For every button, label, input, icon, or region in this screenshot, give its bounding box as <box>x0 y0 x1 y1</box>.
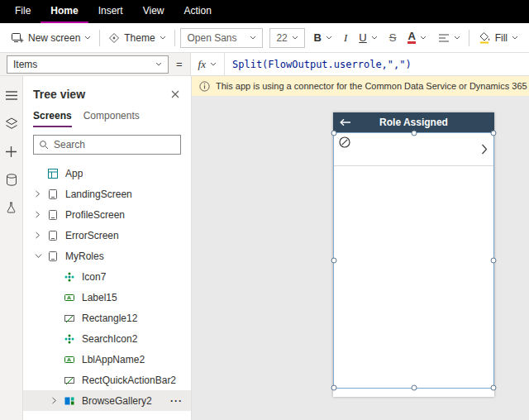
screen-header[interactable]: Role Assigned <box>333 112 494 132</box>
alignment-button[interactable] <box>432 26 466 50</box>
rectangle-icon <box>63 374 76 387</box>
browse-gallery-selected[interactable] <box>333 132 494 389</box>
menu-file[interactable]: File <box>5 0 41 23</box>
new-screen-icon <box>11 32 24 44</box>
formula-input-region: fx Split(FlowOutput.userrole,",") <box>190 53 529 75</box>
chevron-right-icon[interactable] <box>35 190 46 198</box>
design-canvas[interactable]: This app is using a connector for the Co… <box>192 76 529 420</box>
tree-item-label: Icon7 <box>82 271 106 283</box>
tree-item-label15[interactable]: Label15 <box>23 287 191 308</box>
menu-action[interactable]: Action <box>174 0 222 23</box>
resize-handle-middle-left[interactable] <box>331 258 337 264</box>
tab-components[interactable]: Components <box>83 110 140 127</box>
gallery-item-chevron-icon[interactable] <box>481 144 488 157</box>
chevron-down-icon <box>420 36 427 40</box>
tree-view-icon[interactable] <box>0 109 23 137</box>
font-size-combobox[interactable]: 22 <box>269 28 304 48</box>
fill-button[interactable]: Fill <box>472 26 524 50</box>
fill-bucket-icon <box>478 31 491 44</box>
menu-insert[interactable]: Insert <box>88 0 133 23</box>
app-icon <box>46 167 60 180</box>
menu-view[interactable]: View <box>133 0 174 23</box>
toolbar-divider <box>174 30 175 46</box>
resize-handle-top-right[interactable] <box>491 131 497 136</box>
tree-item-label: ErrorScreen <box>65 230 119 241</box>
tab-screens[interactable]: Screens <box>33 110 72 127</box>
resize-handle-bottom-right[interactable] <box>491 385 497 391</box>
chevron-down-icon <box>371 36 378 40</box>
resize-handle-top-center[interactable] <box>411 131 417 136</box>
tree-item-landingscreen[interactable]: LandingScreen <box>23 184 191 204</box>
strikethrough-button[interactable]: S <box>384 26 403 50</box>
search-box <box>33 135 181 155</box>
resize-handle-top-left[interactable] <box>331 131 337 136</box>
label-icon <box>63 353 76 366</box>
data-icon[interactable] <box>0 165 23 193</box>
resize-handle-bottom-center[interactable] <box>411 385 417 391</box>
tree-item-myroles[interactable]: MyRoles <box>23 246 191 266</box>
chevron-down-icon[interactable] <box>35 253 46 259</box>
fx-dropdown[interactable]: fx <box>191 53 225 75</box>
resize-handle-middle-right[interactable] <box>491 258 497 264</box>
tree-item-label: MyRoles <box>65 251 104 262</box>
tree-item-label: App <box>65 168 83 179</box>
tree-item-label: LandingScreen <box>65 189 132 200</box>
screen-icon <box>46 188 60 201</box>
tree-item-errorscreen[interactable]: ErrorScreen <box>23 225 191 246</box>
property-selector[interactable]: Items <box>7 55 169 74</box>
theme-button[interactable]: Theme <box>102 26 171 50</box>
chevron-down-icon <box>512 36 518 40</box>
notification-message: This app is using a connector for the Co… <box>216 81 529 91</box>
icon-control-icon <box>63 270 76 284</box>
label-icon <box>63 291 76 304</box>
tree-item-rectquickactionbar2[interactable]: RectQuickActionBar2 <box>23 370 191 390</box>
align-text-icon <box>438 33 450 43</box>
chevron-down-icon <box>84 36 91 40</box>
info-icon <box>199 81 210 92</box>
media-icon[interactable] <box>0 193 23 222</box>
font-family-combobox[interactable]: Open Sans <box>180 28 263 48</box>
italic-button[interactable]: I <box>338 26 353 50</box>
insert-icon[interactable] <box>0 137 23 165</box>
strikethrough-icon: S <box>389 31 397 44</box>
tree-item-label: LblAppName2 <box>82 354 145 365</box>
italic-label: I <box>344 31 347 45</box>
chevron-right-icon[interactable] <box>35 211 46 218</box>
chevron-right-icon[interactable] <box>51 397 63 404</box>
menu-home[interactable]: Home <box>41 0 88 23</box>
underline-button[interactable]: U <box>353 26 383 50</box>
tree-item-label: Label15 <box>82 292 117 303</box>
fill-label: Fill <box>495 32 508 44</box>
tree-item-profilescreen[interactable]: ProfileScreen <box>23 204 191 225</box>
bold-button[interactable]: B <box>308 26 338 50</box>
resize-handle-bottom-left[interactable] <box>331 385 337 391</box>
bold-label: B <box>314 31 322 44</box>
gallery-item-circle-icon[interactable] <box>338 136 351 151</box>
more-options-icon[interactable]: ··· <box>167 395 186 407</box>
search-input[interactable] <box>54 139 175 150</box>
gallery-icon <box>63 394 76 408</box>
back-arrow-icon[interactable] <box>340 118 351 126</box>
app-screen-preview[interactable]: Role Assigned <box>333 112 494 397</box>
tree-item-lblappname2[interactable]: LblAppName2 <box>23 349 191 370</box>
close-icon[interactable] <box>168 87 183 102</box>
tree-item-app[interactable]: App <box>23 163 191 184</box>
tree-item-label: RectQuickActionBar2 <box>82 375 176 386</box>
notification-bar: This app is using a connector for the Co… <box>192 76 529 96</box>
gallery-item-row[interactable] <box>334 133 493 166</box>
tree-item-label: Rectangle12 <box>82 313 137 324</box>
chevron-down-icon <box>326 36 332 40</box>
new-screen-button[interactable]: New screen <box>5 26 97 50</box>
toolbar-divider <box>99 30 100 46</box>
formula-input[interactable]: Split(FlowOutput.userrole,",") <box>232 59 412 70</box>
tree-item-browsegallery2[interactable]: BrowseGallery2 ··· <box>23 390 191 411</box>
tree-item-icon7[interactable]: Icon7 <box>23 266 191 287</box>
chevron-right-icon[interactable] <box>35 231 46 239</box>
chevron-down-icon <box>155 62 162 66</box>
font-color-button[interactable]: A <box>402 26 431 50</box>
toolbar-divider <box>469 30 469 46</box>
hamburger-menu-icon[interactable] <box>0 81 23 109</box>
tree-item-searchicon2[interactable]: SearchIcon2 <box>23 328 191 349</box>
tree-item-rectangle12[interactable]: Rectangle12 <box>23 308 191 328</box>
menu-bar: File Home Insert View Action <box>0 0 529 23</box>
